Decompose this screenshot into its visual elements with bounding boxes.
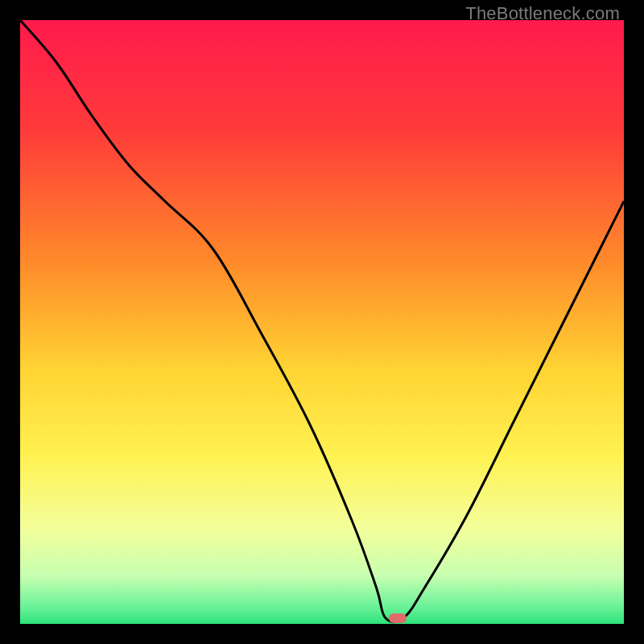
chart-frame: TheBottleneck.com [0, 0, 644, 644]
bottleneck-curve [20, 20, 624, 622]
watermark-text: TheBottleneck.com [465, 3, 620, 24]
optimal-marker [389, 613, 407, 623]
curve-layer [20, 20, 624, 624]
plot-area [20, 20, 624, 624]
